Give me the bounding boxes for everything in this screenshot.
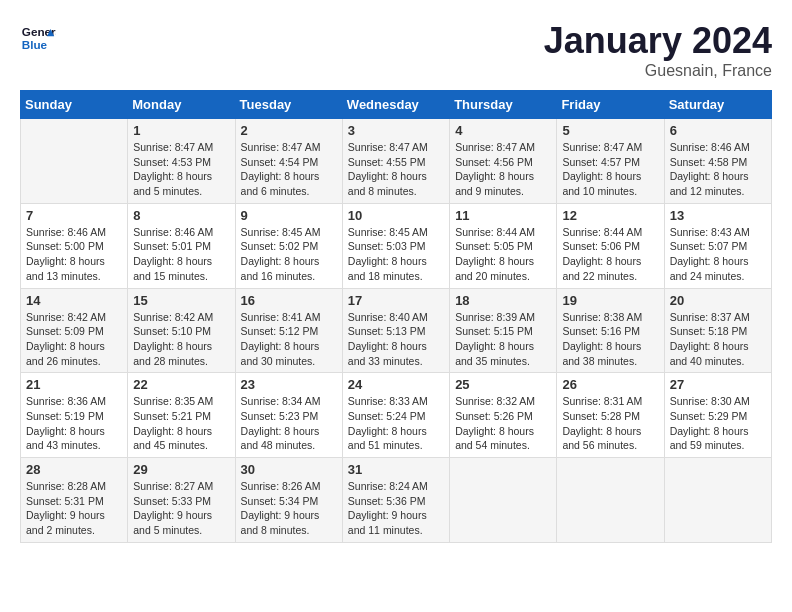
day-number: 24	[348, 377, 444, 392]
month-title: January 2024	[544, 20, 772, 62]
calendar-cell: 25Sunrise: 8:32 AM Sunset: 5:26 PM Dayli…	[450, 373, 557, 458]
calendar-cell: 27Sunrise: 8:30 AM Sunset: 5:29 PM Dayli…	[664, 373, 771, 458]
calendar-cell: 13Sunrise: 8:43 AM Sunset: 5:07 PM Dayli…	[664, 203, 771, 288]
header-day-wednesday: Wednesday	[342, 91, 449, 119]
day-info: Sunrise: 8:26 AM Sunset: 5:34 PM Dayligh…	[241, 479, 337, 538]
calendar-body: 1Sunrise: 8:47 AM Sunset: 4:53 PM Daylig…	[21, 119, 772, 543]
day-number: 15	[133, 293, 229, 308]
day-number: 25	[455, 377, 551, 392]
calendar-cell: 24Sunrise: 8:33 AM Sunset: 5:24 PM Dayli…	[342, 373, 449, 458]
calendar-week-4: 21Sunrise: 8:36 AM Sunset: 5:19 PM Dayli…	[21, 373, 772, 458]
day-info: Sunrise: 8:31 AM Sunset: 5:28 PM Dayligh…	[562, 394, 658, 453]
svg-text:Blue: Blue	[22, 38, 48, 51]
logo: General Blue	[20, 20, 56, 56]
day-number: 28	[26, 462, 122, 477]
header-day-saturday: Saturday	[664, 91, 771, 119]
calendar-cell: 6Sunrise: 8:46 AM Sunset: 4:58 PM Daylig…	[664, 119, 771, 204]
day-number: 13	[670, 208, 766, 223]
header-day-monday: Monday	[128, 91, 235, 119]
calendar-cell: 14Sunrise: 8:42 AM Sunset: 5:09 PM Dayli…	[21, 288, 128, 373]
calendar-cell: 29Sunrise: 8:27 AM Sunset: 5:33 PM Dayli…	[128, 458, 235, 543]
day-number: 20	[670, 293, 766, 308]
day-info: Sunrise: 8:45 AM Sunset: 5:03 PM Dayligh…	[348, 225, 444, 284]
day-number: 4	[455, 123, 551, 138]
day-number: 12	[562, 208, 658, 223]
day-info: Sunrise: 8:44 AM Sunset: 5:05 PM Dayligh…	[455, 225, 551, 284]
day-number: 14	[26, 293, 122, 308]
day-info: Sunrise: 8:27 AM Sunset: 5:33 PM Dayligh…	[133, 479, 229, 538]
day-number: 10	[348, 208, 444, 223]
header-day-friday: Friday	[557, 91, 664, 119]
calendar-cell: 3Sunrise: 8:47 AM Sunset: 4:55 PM Daylig…	[342, 119, 449, 204]
day-number: 31	[348, 462, 444, 477]
calendar-cell	[21, 119, 128, 204]
calendar-cell: 8Sunrise: 8:46 AM Sunset: 5:01 PM Daylig…	[128, 203, 235, 288]
calendar-cell: 5Sunrise: 8:47 AM Sunset: 4:57 PM Daylig…	[557, 119, 664, 204]
day-info: Sunrise: 8:37 AM Sunset: 5:18 PM Dayligh…	[670, 310, 766, 369]
day-number: 6	[670, 123, 766, 138]
header-day-tuesday: Tuesday	[235, 91, 342, 119]
day-number: 9	[241, 208, 337, 223]
day-info: Sunrise: 8:36 AM Sunset: 5:19 PM Dayligh…	[26, 394, 122, 453]
calendar-cell	[450, 458, 557, 543]
day-number: 5	[562, 123, 658, 138]
day-info: Sunrise: 8:47 AM Sunset: 4:55 PM Dayligh…	[348, 140, 444, 199]
day-number: 27	[670, 377, 766, 392]
day-info: Sunrise: 8:42 AM Sunset: 5:09 PM Dayligh…	[26, 310, 122, 369]
day-info: Sunrise: 8:41 AM Sunset: 5:12 PM Dayligh…	[241, 310, 337, 369]
day-number: 1	[133, 123, 229, 138]
calendar-week-2: 7Sunrise: 8:46 AM Sunset: 5:00 PM Daylig…	[21, 203, 772, 288]
calendar-cell: 15Sunrise: 8:42 AM Sunset: 5:10 PM Dayli…	[128, 288, 235, 373]
calendar-cell: 17Sunrise: 8:40 AM Sunset: 5:13 PM Dayli…	[342, 288, 449, 373]
day-number: 18	[455, 293, 551, 308]
calendar-cell: 10Sunrise: 8:45 AM Sunset: 5:03 PM Dayli…	[342, 203, 449, 288]
calendar-cell: 9Sunrise: 8:45 AM Sunset: 5:02 PM Daylig…	[235, 203, 342, 288]
header-day-thursday: Thursday	[450, 91, 557, 119]
day-info: Sunrise: 8:35 AM Sunset: 5:21 PM Dayligh…	[133, 394, 229, 453]
calendar-cell: 4Sunrise: 8:47 AM Sunset: 4:56 PM Daylig…	[450, 119, 557, 204]
calendar-cell: 18Sunrise: 8:39 AM Sunset: 5:15 PM Dayli…	[450, 288, 557, 373]
calendar-cell: 30Sunrise: 8:26 AM Sunset: 5:34 PM Dayli…	[235, 458, 342, 543]
day-info: Sunrise: 8:47 AM Sunset: 4:56 PM Dayligh…	[455, 140, 551, 199]
calendar-cell	[664, 458, 771, 543]
day-number: 22	[133, 377, 229, 392]
day-number: 16	[241, 293, 337, 308]
day-info: Sunrise: 8:38 AM Sunset: 5:16 PM Dayligh…	[562, 310, 658, 369]
calendar-cell: 31Sunrise: 8:24 AM Sunset: 5:36 PM Dayli…	[342, 458, 449, 543]
day-info: Sunrise: 8:47 AM Sunset: 4:54 PM Dayligh…	[241, 140, 337, 199]
header: General Blue January 2024 Guesnain, Fran…	[20, 20, 772, 80]
day-info: Sunrise: 8:47 AM Sunset: 4:57 PM Dayligh…	[562, 140, 658, 199]
calendar-cell: 28Sunrise: 8:28 AM Sunset: 5:31 PM Dayli…	[21, 458, 128, 543]
location-title: Guesnain, France	[544, 62, 772, 80]
day-info: Sunrise: 8:30 AM Sunset: 5:29 PM Dayligh…	[670, 394, 766, 453]
logo-icon: General Blue	[20, 20, 56, 56]
day-number: 8	[133, 208, 229, 223]
day-info: Sunrise: 8:46 AM Sunset: 5:01 PM Dayligh…	[133, 225, 229, 284]
calendar-week-5: 28Sunrise: 8:28 AM Sunset: 5:31 PM Dayli…	[21, 458, 772, 543]
day-number: 2	[241, 123, 337, 138]
day-info: Sunrise: 8:34 AM Sunset: 5:23 PM Dayligh…	[241, 394, 337, 453]
day-number: 21	[26, 377, 122, 392]
day-number: 29	[133, 462, 229, 477]
calendar-cell: 1Sunrise: 8:47 AM Sunset: 4:53 PM Daylig…	[128, 119, 235, 204]
calendar-header-row: SundayMondayTuesdayWednesdayThursdayFrid…	[21, 91, 772, 119]
day-info: Sunrise: 8:28 AM Sunset: 5:31 PM Dayligh…	[26, 479, 122, 538]
day-number: 7	[26, 208, 122, 223]
day-info: Sunrise: 8:45 AM Sunset: 5:02 PM Dayligh…	[241, 225, 337, 284]
day-number: 19	[562, 293, 658, 308]
day-number: 11	[455, 208, 551, 223]
day-info: Sunrise: 8:46 AM Sunset: 5:00 PM Dayligh…	[26, 225, 122, 284]
day-number: 17	[348, 293, 444, 308]
calendar-week-3: 14Sunrise: 8:42 AM Sunset: 5:09 PM Dayli…	[21, 288, 772, 373]
day-info: Sunrise: 8:43 AM Sunset: 5:07 PM Dayligh…	[670, 225, 766, 284]
calendar-cell	[557, 458, 664, 543]
calendar-cell: 16Sunrise: 8:41 AM Sunset: 5:12 PM Dayli…	[235, 288, 342, 373]
calendar-table: SundayMondayTuesdayWednesdayThursdayFrid…	[20, 90, 772, 543]
title-area: January 2024 Guesnain, France	[544, 20, 772, 80]
calendar-cell: 21Sunrise: 8:36 AM Sunset: 5:19 PM Dayli…	[21, 373, 128, 458]
day-info: Sunrise: 8:33 AM Sunset: 5:24 PM Dayligh…	[348, 394, 444, 453]
day-info: Sunrise: 8:42 AM Sunset: 5:10 PM Dayligh…	[133, 310, 229, 369]
day-number: 23	[241, 377, 337, 392]
day-info: Sunrise: 8:24 AM Sunset: 5:36 PM Dayligh…	[348, 479, 444, 538]
day-info: Sunrise: 8:46 AM Sunset: 4:58 PM Dayligh…	[670, 140, 766, 199]
